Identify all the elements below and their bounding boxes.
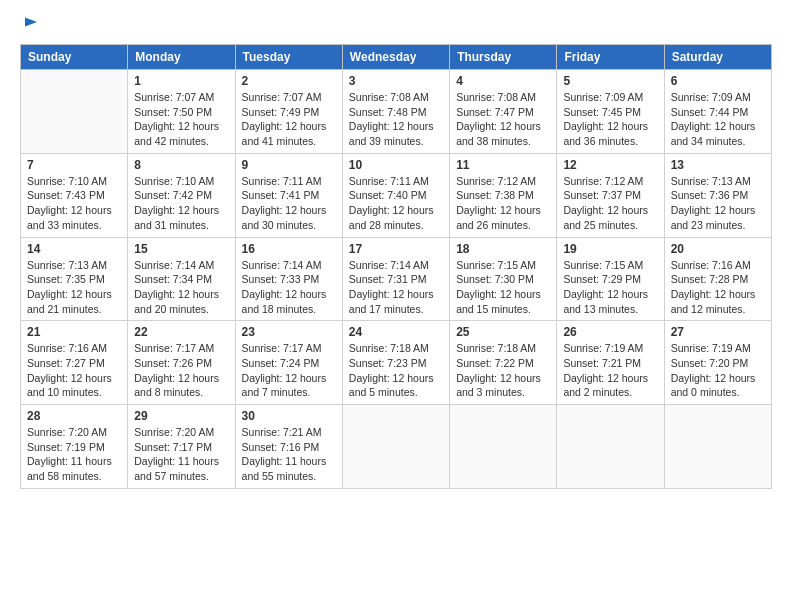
- weekday-header-thursday: Thursday: [450, 45, 557, 70]
- calendar-cell: 20Sunrise: 7:16 AM Sunset: 7:28 PM Dayli…: [664, 237, 771, 321]
- week-row-1: 1Sunrise: 7:07 AM Sunset: 7:50 PM Daylig…: [21, 70, 772, 154]
- day-info: Sunrise: 7:08 AM Sunset: 7:48 PM Dayligh…: [349, 90, 443, 149]
- header: [20, 16, 772, 34]
- day-info: Sunrise: 7:07 AM Sunset: 7:49 PM Dayligh…: [242, 90, 336, 149]
- day-number: 10: [349, 158, 443, 172]
- day-number: 25: [456, 325, 550, 339]
- weekday-header-tuesday: Tuesday: [235, 45, 342, 70]
- day-info: Sunrise: 7:17 AM Sunset: 7:26 PM Dayligh…: [134, 341, 228, 400]
- calendar-cell: [557, 405, 664, 489]
- calendar-cell: 19Sunrise: 7:15 AM Sunset: 7:29 PM Dayli…: [557, 237, 664, 321]
- calendar-table: SundayMondayTuesdayWednesdayThursdayFrid…: [20, 44, 772, 489]
- calendar-cell: 1Sunrise: 7:07 AM Sunset: 7:50 PM Daylig…: [128, 70, 235, 154]
- day-number: 24: [349, 325, 443, 339]
- calendar-cell: 29Sunrise: 7:20 AM Sunset: 7:17 PM Dayli…: [128, 405, 235, 489]
- calendar-body: 1Sunrise: 7:07 AM Sunset: 7:50 PM Daylig…: [21, 70, 772, 489]
- day-number: 11: [456, 158, 550, 172]
- day-info: Sunrise: 7:14 AM Sunset: 7:34 PM Dayligh…: [134, 258, 228, 317]
- calendar-cell: 23Sunrise: 7:17 AM Sunset: 7:24 PM Dayli…: [235, 321, 342, 405]
- logo: [20, 16, 40, 34]
- calendar-cell: 15Sunrise: 7:14 AM Sunset: 7:34 PM Dayli…: [128, 237, 235, 321]
- calendar-cell: 7Sunrise: 7:10 AM Sunset: 7:43 PM Daylig…: [21, 153, 128, 237]
- day-info: Sunrise: 7:20 AM Sunset: 7:19 PM Dayligh…: [27, 425, 121, 484]
- calendar-cell: 22Sunrise: 7:17 AM Sunset: 7:26 PM Dayli…: [128, 321, 235, 405]
- calendar-cell: 16Sunrise: 7:14 AM Sunset: 7:33 PM Dayli…: [235, 237, 342, 321]
- day-info: Sunrise: 7:08 AM Sunset: 7:47 PM Dayligh…: [456, 90, 550, 149]
- week-row-5: 28Sunrise: 7:20 AM Sunset: 7:19 PM Dayli…: [21, 405, 772, 489]
- day-number: 26: [563, 325, 657, 339]
- calendar-cell: 9Sunrise: 7:11 AM Sunset: 7:41 PM Daylig…: [235, 153, 342, 237]
- weekday-header-saturday: Saturday: [664, 45, 771, 70]
- svg-marker-0: [25, 18, 37, 27]
- day-info: Sunrise: 7:21 AM Sunset: 7:16 PM Dayligh…: [242, 425, 336, 484]
- day-number: 22: [134, 325, 228, 339]
- day-number: 17: [349, 242, 443, 256]
- day-number: 1: [134, 74, 228, 88]
- calendar-cell: 8Sunrise: 7:10 AM Sunset: 7:42 PM Daylig…: [128, 153, 235, 237]
- logo-text: [20, 16, 40, 34]
- day-number: 6: [671, 74, 765, 88]
- day-info: Sunrise: 7:15 AM Sunset: 7:30 PM Dayligh…: [456, 258, 550, 317]
- calendar-cell: [342, 405, 449, 489]
- day-info: Sunrise: 7:09 AM Sunset: 7:45 PM Dayligh…: [563, 90, 657, 149]
- calendar-cell: 6Sunrise: 7:09 AM Sunset: 7:44 PM Daylig…: [664, 70, 771, 154]
- day-number: 4: [456, 74, 550, 88]
- day-info: Sunrise: 7:11 AM Sunset: 7:41 PM Dayligh…: [242, 174, 336, 233]
- weekday-row: SundayMondayTuesdayWednesdayThursdayFrid…: [21, 45, 772, 70]
- day-number: 27: [671, 325, 765, 339]
- day-number: 8: [134, 158, 228, 172]
- day-info: Sunrise: 7:19 AM Sunset: 7:21 PM Dayligh…: [563, 341, 657, 400]
- calendar-cell: 18Sunrise: 7:15 AM Sunset: 7:30 PM Dayli…: [450, 237, 557, 321]
- calendar-cell: 13Sunrise: 7:13 AM Sunset: 7:36 PM Dayli…: [664, 153, 771, 237]
- day-info: Sunrise: 7:07 AM Sunset: 7:50 PM Dayligh…: [134, 90, 228, 149]
- day-info: Sunrise: 7:13 AM Sunset: 7:35 PM Dayligh…: [27, 258, 121, 317]
- day-number: 30: [242, 409, 336, 423]
- day-info: Sunrise: 7:18 AM Sunset: 7:22 PM Dayligh…: [456, 341, 550, 400]
- day-number: 20: [671, 242, 765, 256]
- day-info: Sunrise: 7:20 AM Sunset: 7:17 PM Dayligh…: [134, 425, 228, 484]
- calendar-cell: 21Sunrise: 7:16 AM Sunset: 7:27 PM Dayli…: [21, 321, 128, 405]
- week-row-4: 21Sunrise: 7:16 AM Sunset: 7:27 PM Dayli…: [21, 321, 772, 405]
- weekday-header-monday: Monday: [128, 45, 235, 70]
- week-row-2: 7Sunrise: 7:10 AM Sunset: 7:43 PM Daylig…: [21, 153, 772, 237]
- calendar-cell: [664, 405, 771, 489]
- day-info: Sunrise: 7:18 AM Sunset: 7:23 PM Dayligh…: [349, 341, 443, 400]
- day-number: 5: [563, 74, 657, 88]
- weekday-header-friday: Friday: [557, 45, 664, 70]
- day-info: Sunrise: 7:13 AM Sunset: 7:36 PM Dayligh…: [671, 174, 765, 233]
- calendar-cell: 12Sunrise: 7:12 AM Sunset: 7:37 PM Dayli…: [557, 153, 664, 237]
- calendar-cell: 10Sunrise: 7:11 AM Sunset: 7:40 PM Dayli…: [342, 153, 449, 237]
- day-info: Sunrise: 7:17 AM Sunset: 7:24 PM Dayligh…: [242, 341, 336, 400]
- day-number: 13: [671, 158, 765, 172]
- calendar-cell: 3Sunrise: 7:08 AM Sunset: 7:48 PM Daylig…: [342, 70, 449, 154]
- calendar-cell: 17Sunrise: 7:14 AM Sunset: 7:31 PM Dayli…: [342, 237, 449, 321]
- logo-flag-icon: [22, 16, 40, 34]
- day-info: Sunrise: 7:19 AM Sunset: 7:20 PM Dayligh…: [671, 341, 765, 400]
- day-info: Sunrise: 7:10 AM Sunset: 7:43 PM Dayligh…: [27, 174, 121, 233]
- day-info: Sunrise: 7:10 AM Sunset: 7:42 PM Dayligh…: [134, 174, 228, 233]
- day-info: Sunrise: 7:11 AM Sunset: 7:40 PM Dayligh…: [349, 174, 443, 233]
- day-info: Sunrise: 7:16 AM Sunset: 7:27 PM Dayligh…: [27, 341, 121, 400]
- calendar-cell: 30Sunrise: 7:21 AM Sunset: 7:16 PM Dayli…: [235, 405, 342, 489]
- day-number: 19: [563, 242, 657, 256]
- calendar-cell: 28Sunrise: 7:20 AM Sunset: 7:19 PM Dayli…: [21, 405, 128, 489]
- calendar-header: SundayMondayTuesdayWednesdayThursdayFrid…: [21, 45, 772, 70]
- day-info: Sunrise: 7:09 AM Sunset: 7:44 PM Dayligh…: [671, 90, 765, 149]
- weekday-header-sunday: Sunday: [21, 45, 128, 70]
- day-number: 2: [242, 74, 336, 88]
- calendar-cell: 5Sunrise: 7:09 AM Sunset: 7:45 PM Daylig…: [557, 70, 664, 154]
- calendar-cell: 11Sunrise: 7:12 AM Sunset: 7:38 PM Dayli…: [450, 153, 557, 237]
- week-row-3: 14Sunrise: 7:13 AM Sunset: 7:35 PM Dayli…: [21, 237, 772, 321]
- calendar-cell: 27Sunrise: 7:19 AM Sunset: 7:20 PM Dayli…: [664, 321, 771, 405]
- day-number: 14: [27, 242, 121, 256]
- day-number: 12: [563, 158, 657, 172]
- day-number: 3: [349, 74, 443, 88]
- day-number: 16: [242, 242, 336, 256]
- day-info: Sunrise: 7:14 AM Sunset: 7:31 PM Dayligh…: [349, 258, 443, 317]
- day-number: 7: [27, 158, 121, 172]
- calendar-cell: 25Sunrise: 7:18 AM Sunset: 7:22 PM Dayli…: [450, 321, 557, 405]
- day-info: Sunrise: 7:15 AM Sunset: 7:29 PM Dayligh…: [563, 258, 657, 317]
- calendar-cell: 14Sunrise: 7:13 AM Sunset: 7:35 PM Dayli…: [21, 237, 128, 321]
- day-info: Sunrise: 7:12 AM Sunset: 7:38 PM Dayligh…: [456, 174, 550, 233]
- day-number: 9: [242, 158, 336, 172]
